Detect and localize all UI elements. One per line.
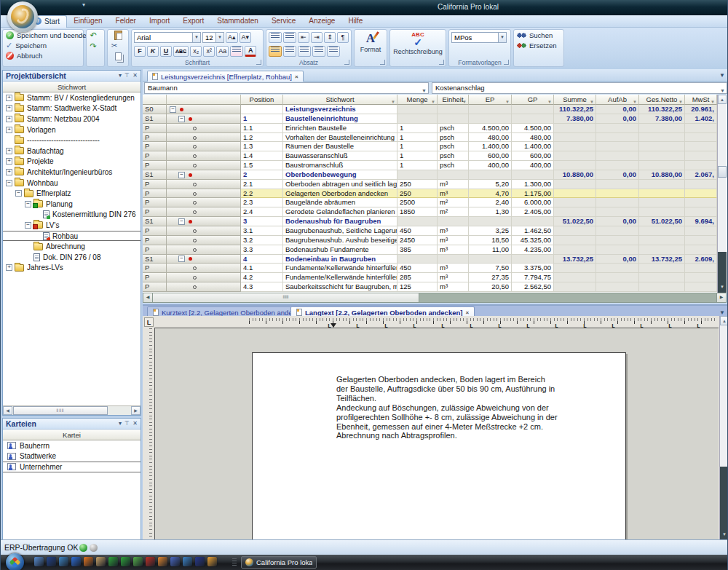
numbered-list-button[interactable] (283, 32, 296, 43)
tree-item[interactable]: Rohbau (3, 231, 141, 242)
tree-item[interactable]: +Baufachtag (3, 146, 141, 157)
cell-gp[interactable]: 600,00 (512, 151, 554, 161)
cell-pos[interactable]: 2.1 (241, 180, 283, 189)
longtext-content[interactable]: Gelagerten Oberboden andecken, Boden lag… (336, 375, 622, 440)
cell-ei[interactable]: psch (438, 161, 469, 170)
expand-icon[interactable]: + (6, 105, 12, 111)
underline-button[interactable]: U (160, 46, 172, 57)
cell-me[interactable]: 385 (397, 245, 438, 255)
filter-dropdown-icon[interactable]: ▼ (505, 98, 510, 106)
panel-menu-icon[interactable]: ▾ (119, 72, 122, 79)
cell-st[interactable]: Bauwasseranschluß (283, 151, 397, 161)
filter-dropdown-icon[interactable]: ▼ (391, 98, 395, 106)
scroll-left-icon[interactable]: ◀ (143, 293, 153, 302)
quicklaunch-icon[interactable] (96, 557, 106, 566)
cell-gn[interactable]: 110.322,25 (639, 105, 685, 114)
cell-gp[interactable]: 480,00 (512, 133, 554, 143)
tree-item[interactable]: −Effnerplatz (3, 188, 141, 199)
subscript-button[interactable]: x₂ (190, 46, 202, 57)
cell-au[interactable] (596, 226, 639, 236)
styles-dialog-launcher-icon[interactable] (504, 60, 509, 65)
table-row[interactable]: P1.4Bauwasseranschluß1psch600,00600,00 (143, 151, 728, 161)
cell-gp[interactable]: 400,00 (512, 161, 554, 170)
filter-dropdown-icon[interactable]: ▼ (462, 98, 467, 106)
cell-mw[interactable] (685, 273, 717, 282)
cell-su[interactable] (554, 245, 596, 255)
card-item[interactable]: Bauherrn (3, 440, 141, 451)
column-header-ep[interactable]: EP▼ (469, 95, 512, 105)
cell-mw[interactable] (685, 245, 717, 255)
cell-su[interactable]: 13.732,25 (554, 255, 596, 264)
close-icon[interactable]: ✕ (132, 420, 138, 427)
table-row[interactable]: S1−1Baustelleneinrichtung7.380,000,007.3… (143, 114, 728, 124)
cell-st[interactable]: Oberbodenbewegung (283, 170, 397, 180)
cell-su[interactable] (554, 133, 596, 143)
dropdown-icon[interactable]: ▼ (720, 86, 725, 94)
cell-su[interactable] (554, 226, 596, 236)
cell-su[interactable] (554, 207, 596, 217)
cell-me[interactable]: 250 (397, 189, 438, 199)
cell-st[interactable]: Räumen der Baustelle (283, 142, 397, 151)
collapse-icon[interactable]: − (6, 180, 12, 186)
cell-au[interactable] (596, 124, 639, 133)
cell-me[interactable] (397, 217, 438, 226)
search-button[interactable]: Suchen (514, 30, 563, 40)
column-header-einheit[interactable]: Einheit▼ (438, 95, 469, 105)
cell-au[interactable] (596, 180, 639, 189)
cell-mw[interactable]: 9.694, (685, 217, 717, 226)
cell-mw[interactable] (685, 198, 717, 207)
collapse-icon[interactable]: − (178, 116, 185, 122)
scroll-thumb[interactable]: ⦀⦀⦀ (13, 406, 108, 415)
table-row[interactable]: P3.1Baugrubenaushub, Seitliche Lagerung4… (143, 226, 728, 236)
document-page[interactable]: Gelagerten Oberboden andecken, Boden lag… (252, 352, 626, 545)
cell-st[interactable]: Oberboden abtragen und seitlich lager (283, 180, 397, 189)
quicklaunch-icon[interactable] (121, 557, 130, 566)
line-spacing-button[interactable]: ⇕ (324, 32, 336, 43)
cell-pos[interactable]: 3.3 (241, 245, 283, 255)
paragraph-dialog-launcher-icon[interactable] (344, 60, 349, 65)
quicklaunch-icon[interactable] (158, 557, 167, 566)
cell-au[interactable] (596, 236, 639, 245)
table-vscrollbar[interactable]: ▲ ▼ (717, 95, 727, 293)
scroll-right-icon[interactable]: ▶ (716, 293, 726, 302)
quicklaunch-icon[interactable] (84, 557, 93, 566)
cell-au[interactable] (596, 264, 639, 273)
cell-gn[interactable] (639, 264, 685, 273)
table-row[interactable]: S1−2Oberbodenbewegung10.880,000,0010.880… (143, 170, 728, 180)
cell-st[interactable]: Gerodete Geländeflächen planieren (283, 207, 397, 217)
cell-st[interactable]: Fundamente/Kellerwände hinterfüllen. (283, 273, 397, 282)
cell-pos[interactable] (241, 105, 283, 114)
tree-item[interactable]: ------------------------------ (3, 135, 141, 146)
cell-gn[interactable] (639, 207, 685, 217)
tree-item[interactable]: +Vorlagen (3, 124, 141, 135)
cell-st[interactable]: Einrichten Baustelle (283, 124, 397, 133)
cell-ep[interactable]: 11,00 (469, 245, 512, 255)
start-button[interactable] (6, 553, 24, 570)
cell-ei[interactable]: m³ (438, 273, 469, 282)
cell-st[interactable]: Baugrubenaushub, Seitliche Lagerung (283, 226, 397, 236)
cell-mw[interactable] (685, 151, 717, 161)
cell-me[interactable] (397, 170, 438, 180)
cell-ei[interactable] (438, 114, 469, 124)
cell-pos[interactable]: 2.4 (241, 207, 283, 217)
replace-button[interactable]: Ersetzen (514, 40, 563, 50)
paste-icon[interactable] (114, 31, 122, 40)
change-case-button[interactable]: Aa (216, 46, 229, 57)
scroll-up-icon[interactable]: ▲ (718, 95, 727, 104)
font-size-dropdown-icon[interactable]: ▼ (215, 33, 223, 42)
shrink-font-button[interactable]: A▾ (240, 32, 252, 43)
table-row[interactable]: P1.2Vorhalten der Baustelleneinrichtung1… (143, 133, 728, 143)
cell-ep[interactable] (469, 170, 512, 180)
pilcrow-button[interactable]: ¶ (337, 32, 349, 43)
cell-me[interactable]: 450 (397, 264, 438, 273)
column-header-aufab[interactable]: AufAb▼ (596, 95, 639, 105)
cell-st[interactable]: Bodenaushub für Baugruben (283, 217, 397, 226)
table-row[interactable]: P2.4Gerodete Geländeflächen planieren185… (143, 207, 728, 217)
cell-au[interactable] (596, 207, 639, 217)
column-header-gp[interactable]: GP▼ (512, 95, 554, 105)
cell-ep[interactable]: 1.400,00 (469, 142, 512, 151)
expand-icon[interactable]: + (6, 148, 12, 154)
cell-gn[interactable] (639, 198, 685, 207)
cell-mw[interactable]: 20.961, (685, 105, 717, 114)
cell-me[interactable]: 1 (397, 124, 438, 133)
